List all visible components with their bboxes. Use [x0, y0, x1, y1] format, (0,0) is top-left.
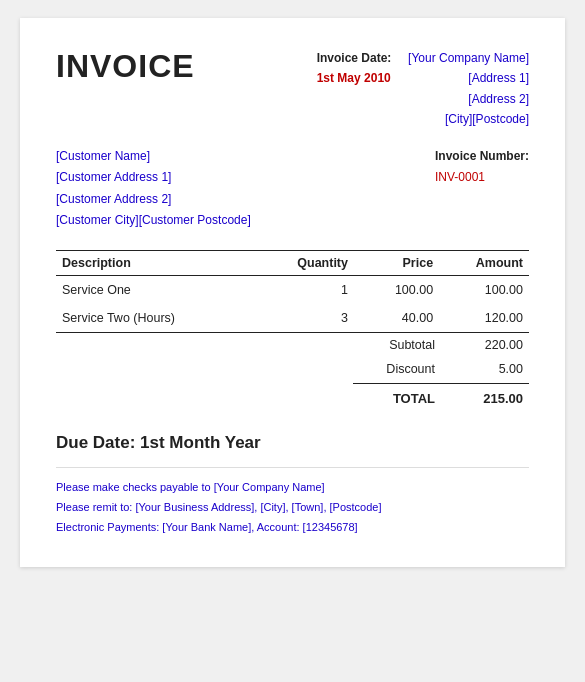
row2-price: 40.00: [354, 304, 439, 333]
table-header: Description Quantity Price Amount: [56, 250, 529, 275]
subtotal-row: Subtotal 220.00: [56, 333, 529, 357]
table-row: Service Two (Hours) 3 40.00 120.00: [56, 304, 529, 333]
row2-amount: 120.00: [439, 304, 529, 333]
customer-address1: [Customer Address 1]: [56, 167, 251, 189]
date-label: Invoice Date:: [317, 51, 392, 65]
header-right: Invoice Date: [Your Company Name] 1st Ma…: [317, 48, 529, 130]
row1-price: 100.00: [354, 275, 439, 304]
table-body: Service One 1 100.00 100.00 Service Two …: [56, 275, 529, 332]
subtotal-value: 220.00: [453, 338, 523, 352]
table-row: Service One 1 100.00 100.00: [56, 275, 529, 304]
city-postcode: [City][Postcode]: [445, 112, 529, 126]
invoice-title: INVOICE: [56, 48, 195, 85]
date-value: 1st May 2010: [317, 68, 391, 88]
address2: [Address 2]: [468, 92, 529, 106]
invoice-number-value: INV-0001: [435, 170, 485, 184]
discount-label: Discount: [353, 362, 453, 376]
discount-value: 5.00: [453, 362, 523, 376]
totals-section: Subtotal 220.00 Discount 5.00 TOTAL 215.…: [56, 333, 529, 411]
customer-block: [Customer Name] [Customer Address 1] [Cu…: [56, 146, 251, 232]
total-row: TOTAL 215.00: [56, 386, 529, 411]
total-label: TOTAL: [353, 391, 453, 406]
footer-notes: Please make checks payable to [Your Comp…: [56, 467, 529, 537]
due-date: Due Date: 1st Month Year: [56, 433, 529, 453]
row1-desc: Service One: [56, 275, 269, 304]
totals-divider: [353, 383, 529, 384]
address1: [Address 1]: [468, 68, 529, 88]
col-quantity: Quantity: [269, 250, 354, 275]
row1-qty: 1: [269, 275, 354, 304]
invoice-number-label: Invoice Number:: [435, 149, 529, 163]
footer-line3: Electronic Payments: [Your Bank Name], A…: [56, 518, 529, 538]
col-amount: Amount: [439, 250, 529, 275]
customer-city: [Customer City][Customer Postcode]: [56, 210, 251, 232]
invoice-table: Description Quantity Price Amount Servic…: [56, 250, 529, 333]
footer-line1: Please make checks payable to [Your Comp…: [56, 478, 529, 498]
col-description: Description: [56, 250, 269, 275]
discount-row: Discount 5.00: [56, 357, 529, 381]
col-price: Price: [354, 250, 439, 275]
total-value: 215.00: [453, 391, 523, 406]
row2-qty: 3: [269, 304, 354, 333]
row2-desc: Service Two (Hours): [56, 304, 269, 333]
company-name: [Your Company Name]: [408, 51, 529, 65]
customer-address2: [Customer Address 2]: [56, 189, 251, 211]
row1-amount: 100.00: [439, 275, 529, 304]
customer-name: [Customer Name]: [56, 146, 251, 168]
subtotal-label: Subtotal: [353, 338, 453, 352]
footer-line2: Please remit to: [Your Business Address]…: [56, 498, 529, 518]
invoice-page: INVOICE Invoice Date: [Your Company Name…: [20, 18, 565, 567]
header-row: INVOICE Invoice Date: [Your Company Name…: [56, 48, 529, 130]
invoice-number-block: Invoice Number: INV-0001: [435, 146, 529, 232]
mid-row: [Customer Name] [Customer Address 1] [Cu…: [56, 146, 529, 232]
